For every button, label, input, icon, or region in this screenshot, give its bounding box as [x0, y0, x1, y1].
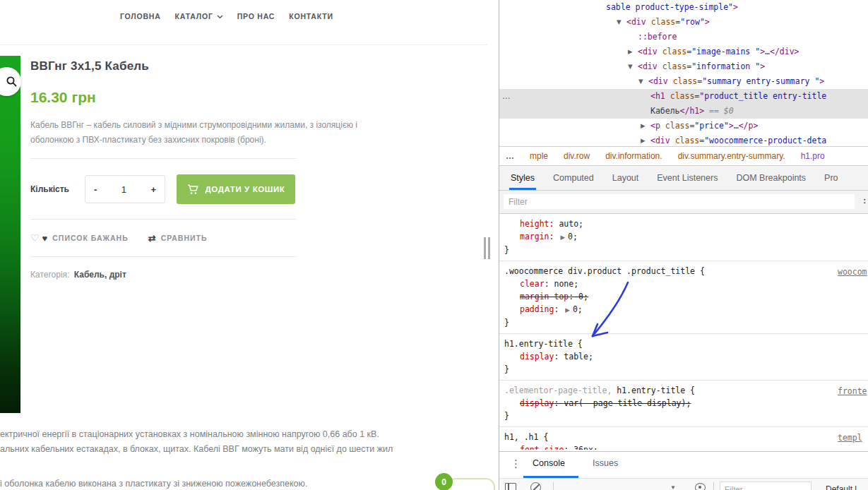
dom-tree-line[interactable]: …<h1 class="product_title entry-title — [499, 89, 868, 104]
category-links[interactable]: Кабель, дріт — [74, 270, 126, 280]
cart-widget[interactable] — [447, 478, 495, 490]
expand-arrow-icon[interactable]: ▼ — [628, 59, 633, 74]
css-selector[interactable]: .woocommerce div.product .product_title … — [499, 265, 868, 277]
breadcrumb-item[interactable]: div.information. — [605, 151, 662, 161]
description-line: Кабель ВВГнг – кабель силовий з мідними … — [30, 118, 327, 133]
css-declaration[interactable]: padding: ▶0; — [499, 303, 868, 316]
css-declaration[interactable]: clear: none; — [499, 277, 868, 290]
stylesheet-link[interactable]: fronte — [838, 385, 867, 398]
drawer-tab-issues[interactable]: Issues — [593, 458, 618, 468]
css-declaration[interactable]: margin: ▶0; — [499, 230, 868, 244]
cart-count-badge[interactable]: 0 — [435, 473, 453, 490]
css-declaration[interactable]: height: auto; — [499, 217, 868, 230]
clear-console-icon[interactable] — [530, 482, 541, 490]
wishlist-link[interactable]: СПИСОК БАЖАНЬ — [52, 234, 128, 242]
text-line: альних кабельних естакадах, в блоках, щи… — [0, 442, 438, 457]
nav-item[interactable]: КОНТАКТИ — [289, 12, 333, 20]
nav-item-label: ГОЛОВНА — [120, 12, 161, 20]
add-to-cart-label: ДОДАТИ У КОШИК — [206, 185, 285, 193]
expand-arrow-icon[interactable]: ▼ — [617, 15, 622, 30]
css-selector[interactable]: .elementor-page-title, h1.entry-title { — [499, 384, 868, 397]
css-rule: height: auto;margin: ▶0;} — [499, 214, 868, 261]
nav-item-label: ПРО НАС — [237, 12, 275, 20]
add-to-cart-button[interactable]: ДОДАТИ У КОШИК — [177, 174, 295, 204]
dom-tree-line[interactable]: ▶<div class="image-mains ">…</div> — [499, 44, 868, 59]
drawer-tabbar: ⋮ Console Issues — [499, 452, 868, 478]
drawer-tab-console[interactable]: Console — [533, 458, 565, 468]
expand-arrow-icon[interactable]: ▶ — [641, 133, 646, 146]
quantity-value[interactable]: 1 — [121, 184, 126, 195]
divider — [30, 256, 297, 257]
panel-tab-styles[interactable]: Styles — [511, 166, 535, 190]
css-selector[interactable]: h1.entry-title { — [499, 337, 868, 350]
quantity-stepper[interactable]: - 1 + — [85, 175, 165, 203]
breadcrumb-item[interactable]: h1.pro — [801, 151, 825, 161]
panel-tab-layout[interactable]: Layout — [612, 166, 639, 190]
panel-tab-computed[interactable]: Computed — [553, 166, 594, 190]
css-declaration[interactable]: margin-top: 0; — [499, 290, 868, 303]
devtools-panel: sable product-type-simple">▼<div class="… — [499, 0, 868, 490]
css-close-brace: } — [499, 363, 868, 376]
divider — [30, 158, 297, 159]
css-close-brace: } — [499, 244, 868, 256]
quantity-row: Кількість - 1 + ДОДАТИ У КОШИК — [30, 174, 327, 204]
breadcrumb-item[interactable]: div.row — [564, 151, 590, 161]
compare-link[interactable]: СРАВНИТЬ — [161, 234, 208, 242]
css-rules: height: auto;margin: ▶0;}.woocommerce di… — [499, 214, 868, 451]
pseudo-state-toggle[interactable]: : — [863, 196, 866, 205]
devtools-resize-handle[interactable] — [484, 237, 490, 259]
elements-breadcrumbs: … mplediv.rowdiv.information.div.summary… — [499, 146, 868, 166]
expand-arrow-icon[interactable]: ▼ — [638, 74, 643, 89]
console-sidebar-icon[interactable] — [505, 483, 516, 490]
kebab-menu-icon[interactable]: ⋮ — [511, 458, 521, 470]
nav-item-label: КОНТАКТИ — [289, 12, 333, 20]
product-summary: ВВГнг 3х1,5 Кабель 16.30 грн Кабель ВВГн… — [30, 55, 327, 280]
live-expression-eye-icon[interactable] — [695, 483, 706, 490]
quantity-decrease-button[interactable]: - — [94, 184, 97, 195]
log-levels-dropdown[interactable]: Default l — [826, 484, 857, 490]
product-actions: ♡ ♥ СПИСОК БАЖАНЬ ⇄ СРАВНИТЬ — [30, 232, 327, 244]
heart-filled-icon: ♥ — [42, 233, 48, 244]
styles-filter-input[interactable] — [504, 194, 855, 209]
dom-tree-line[interactable]: Кабель</h1> == $0 — [499, 104, 868, 119]
more-actions-icon[interactable]: … — [502, 89, 511, 104]
panel-tab-pro[interactable]: Pro — [824, 166, 838, 190]
stylesheet-link[interactable]: woocom — [838, 265, 867, 278]
console-filter-input[interactable] — [720, 482, 811, 490]
divider — [30, 219, 297, 220]
css-declaration[interactable]: font-size: 36px; — [499, 443, 868, 450]
compare-icon: ⇄ — [148, 233, 156, 244]
dom-tree-line[interactable]: ▶<p class="price">…</p> — [499, 119, 868, 133]
dom-tree-line[interactable]: sable product-type-simple"> — [499, 0, 868, 15]
styles-pane: height: auto;margin: ▶0;}.woocommerce di… — [499, 214, 868, 451]
nav-item[interactable]: КАТАЛОГ — [175, 12, 223, 20]
product-title: ВВГнг 3х1,5 Кабель — [30, 59, 327, 73]
heart-outline-icon: ♡ — [30, 232, 40, 244]
quantity-label: Кількість — [30, 184, 66, 194]
breadcrumb-item[interactable]: div.summary.entry-summary. — [678, 151, 785, 161]
quantity-increase-button[interactable]: + — [150, 184, 156, 195]
dom-tree-line[interactable]: ▼<div class="summary entry-summary "> — [499, 74, 868, 89]
chevron-down-icon — [217, 15, 223, 19]
expand-arrow-icon[interactable]: ▶ — [641, 119, 646, 133]
panel-tab-event-listeners[interactable]: Event Listeners — [657, 166, 718, 190]
dom-tree-line[interactable]: ::before — [499, 30, 868, 44]
dom-tree-line[interactable]: ▼<div class="information "> — [499, 59, 868, 74]
breadcrumb-item[interactable]: mple — [530, 151, 548, 161]
breadcrumb-overflow-icon[interactable]: … — [506, 151, 514, 161]
stylesheet-link[interactable]: templ — [838, 431, 862, 444]
css-selector[interactable]: h1, .h1 { — [499, 431, 868, 443]
panel-tab-dom-breakpoints[interactable]: DOM Breakpoints — [736, 166, 806, 190]
css-declaration[interactable]: display: var(--page-title-display); — [499, 397, 868, 410]
text-line: ектричної енергії в стаціонарних установ… — [0, 427, 438, 442]
webpage: ГОЛОВНАКАТАЛОГПРО НАСКОНТАКТИ ВВГнг 3х1,… — [0, 0, 499, 490]
main-nav: ГОЛОВНАКАТАЛОГПРО НАСКОНТАКТИ — [120, 12, 333, 20]
dom-tree-line[interactable]: ▼<div class="row"> — [499, 15, 868, 30]
product-long-description: ектричної енергії в стаціонарних установ… — [0, 427, 438, 490]
nav-item[interactable]: ПРО НАС — [237, 12, 275, 20]
css-declaration[interactable]: display: table; — [499, 350, 868, 363]
site-header: ГОЛОВНАКАТАЛОГПРО НАСКОНТАКТИ — [0, 0, 487, 45]
nav-item[interactable]: ГОЛОВНА — [120, 12, 161, 20]
expand-arrow-icon[interactable]: ▶ — [628, 44, 633, 59]
dom-tree-line[interactable]: ▶<div class="woocommerce-product-deta — [499, 133, 868, 146]
